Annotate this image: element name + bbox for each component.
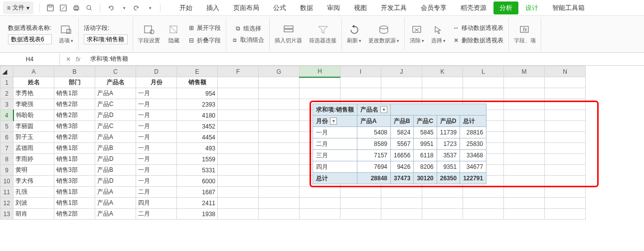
cell-B1[interactable]: 部门 bbox=[54, 77, 95, 88]
cell-K1[interactable] bbox=[422, 77, 463, 88]
cell-C9[interactable]: 产品B bbox=[95, 165, 136, 176]
save-icon[interactable] bbox=[46, 3, 55, 12]
pivot-val-3-1[interactable]: 9426 bbox=[391, 161, 414, 173]
field-settings-button[interactable]: 字段设置 bbox=[138, 24, 160, 44]
pivot-col-1[interactable]: 产品B bbox=[391, 116, 414, 127]
pivot-title[interactable]: 求和项:销售额 bbox=[313, 104, 357, 116]
row-field-dropdown[interactable]: ▾ bbox=[330, 118, 337, 125]
cell-K13[interactable] bbox=[422, 209, 463, 220]
col-header-A[interactable]: A bbox=[13, 66, 54, 77]
tab-devtools[interactable]: 开发工具 bbox=[374, 0, 414, 15]
undo-icon[interactable] bbox=[106, 3, 115, 12]
cell-F5[interactable] bbox=[218, 121, 259, 132]
cell-B12[interactable]: 销售1部 bbox=[54, 198, 95, 209]
cell-G10[interactable] bbox=[259, 176, 300, 187]
cell-B13[interactable]: 销售2部 bbox=[54, 209, 95, 220]
pivot-row-field[interactable]: 月份▾ bbox=[313, 116, 357, 127]
cell-I11[interactable] bbox=[340, 187, 381, 198]
refresh-button[interactable]: 刷新 bbox=[347, 24, 361, 44]
row-header-12[interactable]: 12 bbox=[0, 198, 13, 209]
cell-M13[interactable] bbox=[504, 209, 545, 220]
cell-B2[interactable]: 销售1部 bbox=[54, 88, 95, 99]
cell-I2[interactable] bbox=[340, 88, 381, 99]
tab-resource[interactable]: 稻壳资源 bbox=[454, 0, 493, 15]
clear-button[interactable]: 清除 bbox=[410, 24, 424, 44]
cell-N12[interactable] bbox=[545, 198, 586, 209]
cell-I13[interactable] bbox=[340, 209, 381, 220]
pivot-val-2-3[interactable]: 3537 bbox=[437, 150, 460, 161]
cell-B6[interactable]: 销售2部 bbox=[54, 132, 95, 143]
ungroup-button[interactable]: ⧈取消组合 bbox=[231, 35, 264, 45]
cell-B3[interactable]: 销售2部 bbox=[54, 99, 95, 110]
row-header-10[interactable]: 10 bbox=[0, 176, 13, 187]
col-header-K[interactable]: K bbox=[422, 66, 463, 77]
pivot-val-3-2[interactable]: 8206 bbox=[414, 161, 437, 173]
cell-L11[interactable] bbox=[463, 187, 504, 198]
cell-E8[interactable]: 1559 bbox=[177, 154, 218, 165]
pivot-val-0-2[interactable]: 5845 bbox=[414, 127, 437, 138]
cell-K2[interactable] bbox=[422, 88, 463, 99]
pivot-col-3[interactable]: 产品D bbox=[437, 116, 460, 127]
tab-member[interactable]: 会员专享 bbox=[414, 0, 454, 15]
cell-D12[interactable]: 四月 bbox=[136, 198, 177, 209]
cell-A1[interactable]: 姓名 bbox=[13, 77, 54, 88]
cell-I1[interactable] bbox=[340, 77, 381, 88]
cell-B5[interactable]: 销售3部 bbox=[54, 121, 95, 132]
cell-H12[interactable] bbox=[300, 198, 340, 209]
cell-J13[interactable] bbox=[381, 209, 422, 220]
cell-C2[interactable]: 产品A bbox=[95, 88, 136, 99]
row-header-9[interactable]: 9 bbox=[0, 165, 13, 176]
move-pivot-button[interactable]: ↔移动数据透视表 bbox=[453, 23, 503, 33]
select-button[interactable]: 选择 bbox=[431, 24, 446, 44]
cell-E9[interactable]: 5331 bbox=[177, 165, 218, 176]
cell-E6[interactable]: 4454 bbox=[177, 132, 218, 143]
cell-A11[interactable]: 孔强 bbox=[13, 187, 54, 198]
cell-A3[interactable]: 李晓强 bbox=[13, 99, 54, 110]
cell-D8[interactable]: 一月 bbox=[136, 154, 177, 165]
tab-analysis[interactable]: 分析 bbox=[493, 1, 518, 14]
tab-insert[interactable]: 插入 bbox=[199, 0, 226, 15]
cell-N11[interactable] bbox=[545, 187, 586, 198]
tab-pagelayout[interactable]: 页面布局 bbox=[226, 0, 266, 15]
formula-content[interactable]: 求和项:销售额 bbox=[86, 53, 644, 65]
cell-A13[interactable]: 胡肖 bbox=[13, 209, 54, 220]
pivot-val-3-3[interactable]: 9351 bbox=[437, 161, 460, 173]
preview-icon[interactable] bbox=[85, 3, 94, 12]
hide-button[interactable]: 隐藏 bbox=[167, 24, 181, 44]
cell-B9[interactable]: 销售3部 bbox=[54, 165, 95, 176]
cell-A8[interactable]: 李雨婷 bbox=[13, 154, 54, 165]
row-header-5[interactable]: 5 bbox=[0, 121, 13, 132]
pivot-name-input[interactable] bbox=[8, 34, 52, 44]
pivot-val-0-4[interactable]: 28816 bbox=[460, 127, 486, 138]
row-header-11[interactable]: 11 bbox=[0, 187, 13, 198]
pivot-val-0-0[interactable]: 5408 bbox=[357, 127, 391, 138]
cell-B8[interactable]: 销售1部 bbox=[54, 154, 95, 165]
col-field-dropdown[interactable]: ▾ bbox=[380, 106, 387, 113]
cell-E7[interactable]: 493 bbox=[177, 143, 218, 154]
tab-review[interactable]: 审阅 bbox=[320, 0, 347, 15]
cell-D5[interactable]: 一月 bbox=[136, 121, 177, 132]
pivot-total-2[interactable]: 30120 bbox=[414, 173, 437, 184]
cell-G3[interactable] bbox=[259, 99, 300, 110]
cell-G4[interactable] bbox=[259, 110, 300, 121]
cell-D7[interactable]: 一月 bbox=[136, 143, 177, 154]
row-header-3[interactable]: 3 bbox=[0, 99, 13, 110]
col-header-G[interactable]: G bbox=[259, 66, 300, 77]
tab-design[interactable]: 设计 bbox=[518, 0, 545, 15]
cell-D10[interactable]: 一月 bbox=[136, 176, 177, 187]
cell-B7[interactable]: 销售1部 bbox=[54, 143, 95, 154]
cell-B10[interactable]: 销售3部 bbox=[54, 176, 95, 187]
undo-dropdown[interactable] bbox=[119, 3, 128, 12]
pivot-col-total[interactable]: 总计 bbox=[460, 116, 486, 127]
cell-C6[interactable]: 产品A bbox=[95, 132, 136, 143]
pivot-val-0-1[interactable]: 5824 bbox=[391, 127, 414, 138]
tab-formula[interactable]: 公式 bbox=[266, 0, 293, 15]
tab-start[interactable]: 开始 bbox=[172, 0, 199, 15]
col-header-D[interactable]: D bbox=[136, 66, 177, 77]
row-header-4[interactable]: 4 bbox=[0, 110, 13, 121]
cell-A4[interactable]: 韩盼盼 bbox=[13, 110, 54, 121]
row-header-13[interactable]: 13 bbox=[0, 209, 13, 220]
cell-G8[interactable] bbox=[259, 154, 300, 165]
tab-toolbox[interactable]: 智能工具箱 bbox=[545, 0, 592, 15]
col-header-M[interactable]: M bbox=[504, 66, 545, 77]
